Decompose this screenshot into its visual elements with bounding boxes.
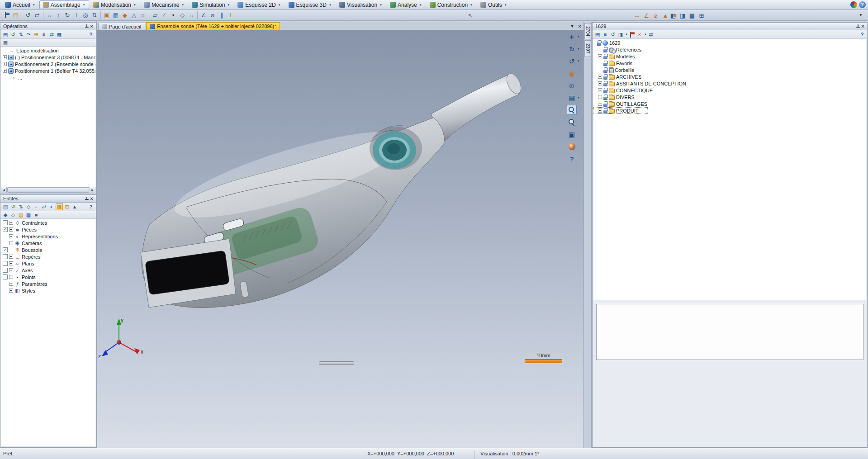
window-new-icon[interactable]: [697, 11, 706, 20]
ops-refresh-icon[interactable]: [9, 31, 17, 38]
menu-simulation[interactable]: Simulation▼: [188, 0, 233, 9]
proj-refresh-icon[interactable]: [609, 31, 617, 38]
translate-icon[interactable]: [54, 11, 63, 20]
camera-target-icon[interactable]: [567, 68, 577, 78]
ent-states-icon[interactable]: [33, 211, 40, 218]
pan-tool-icon[interactable]: [567, 32, 577, 42]
expand-icon[interactable]: [9, 275, 13, 279]
ent-hide-all-icon[interactable]: [9, 211, 17, 218]
tab-ensemble-sonde[interactable]: Ensemble sonde (Tête 1629 + boitier inje…: [146, 22, 280, 30]
tree-row[interactable]: Représentations: [1, 233, 95, 240]
ent-filter-icon[interactable]: [25, 203, 32, 210]
center-icon[interactable]: [81, 11, 90, 20]
probe-model[interactable]: [141, 71, 524, 308]
proj-help-icon[interactable]: ?: [859, 31, 866, 38]
tree-row[interactable]: Pièces: [1, 226, 95, 233]
tree-row[interactable]: Axes: [1, 267, 95, 274]
tree-row[interactable]: Points: [1, 274, 95, 280]
menu-construction[interactable]: Construction▼: [426, 0, 476, 9]
tab-page-accueil[interactable]: Page d'accueil: [98, 23, 145, 30]
ops-insert-icon[interactable]: [33, 31, 40, 38]
ops-group-icon[interactable]: [56, 31, 63, 38]
menu-accueil[interactable]: Accueil▼: [1, 0, 39, 9]
menu-esquisse2d[interactable]: Esquisse 2D▼: [234, 0, 284, 9]
visibility-checkbox[interactable]: [3, 227, 8, 232]
chevron-down-icon[interactable]: ▼: [644, 33, 647, 36]
expand-icon[interactable]: [9, 255, 13, 259]
tree-row[interactable]: Caméras: [1, 240, 95, 246]
ent-sort-icon[interactable]: [17, 203, 24, 210]
new-document-icon[interactable]: [2, 11, 11, 20]
tree-row[interactable]: ASSITANTS DE CONCEPTION: [593, 80, 866, 87]
open-documents-icon[interactable]: [11, 11, 20, 20]
expand-icon[interactable]: [598, 109, 602, 113]
link-icon[interactable]: [33, 11, 42, 20]
ops-reorder-icon[interactable]: [17, 31, 24, 38]
ent-refresh-icon[interactable]: [9, 203, 17, 210]
menu-outils[interactable]: Outils▼: [477, 0, 511, 9]
menu-modelisation[interactable]: Modélisation▼: [90, 0, 140, 9]
dimension-icon[interactable]: [187, 11, 196, 20]
ent-report-icon[interactable]: [17, 211, 24, 218]
ent-show-all-icon[interactable]: [2, 211, 9, 218]
ent-tree-view-icon[interactable]: [2, 203, 9, 210]
ent-expand-icon[interactable]: [71, 203, 78, 210]
proj-filter-flag-icon[interactable]: [628, 31, 636, 38]
tree-row[interactable]: ARCHIVES: [593, 73, 866, 80]
update-icon[interactable]: [24, 11, 33, 20]
zoom-icon[interactable]: [567, 117, 577, 127]
tree-row[interactable]: Positionnement 2 (Ensemble sonde <17: [1, 61, 95, 67]
ent-add-icon[interactable]: [63, 203, 71, 210]
ent-help-icon[interactable]: ?: [87, 203, 95, 210]
app-logo-icon[interactable]: [850, 1, 857, 8]
expand-icon[interactable]: [598, 95, 602, 99]
close-icon[interactable]: [860, 24, 865, 29]
zoom-window-icon[interactable]: [567, 105, 577, 115]
expand-icon[interactable]: [9, 282, 13, 286]
tree-row[interactable]: Corbeille: [593, 66, 866, 73]
menu-mecanisme[interactable]: Mécanisme▼: [140, 0, 188, 9]
expand-icon[interactable]: [598, 54, 602, 58]
expand-icon[interactable]: [9, 268, 13, 272]
proj-remove-icon[interactable]: [636, 31, 643, 38]
side-tab-2704[interactable]: 2704: [584, 23, 591, 39]
window-tile-icon[interactable]: [678, 11, 687, 20]
measure-diameter-icon[interactable]: [651, 11, 660, 20]
expand-icon[interactable]: [3, 62, 7, 66]
measure-length-icon[interactable]: [632, 11, 641, 20]
insert-part-icon[interactable]: [102, 11, 111, 20]
scroll-right-icon[interactable]: ►: [90, 187, 95, 193]
measure-angle-icon[interactable]: [642, 11, 651, 20]
orbit-tool-icon[interactable]: [567, 56, 577, 66]
expand-icon[interactable]: [598, 102, 602, 106]
viewport-slider[interactable]: [319, 361, 354, 365]
expand-icon[interactable]: [598, 81, 602, 85]
ent-list-icon[interactable]: [33, 203, 40, 210]
proj-sync-icon[interactable]: [647, 31, 655, 38]
scrollbar-thumb[interactable]: [7, 187, 89, 193]
tree-row[interactable]: DIVERS: [593, 94, 866, 100]
tree-row[interactable]: Etape modélisation: [1, 47, 95, 54]
chevron-down-icon[interactable]: ▼: [577, 60, 580, 62]
ent-layers-icon[interactable]: [25, 211, 32, 218]
visibility-checkbox[interactable]: [3, 247, 8, 252]
visibility-checkbox[interactable]: [3, 274, 8, 279]
window-cascade-icon[interactable]: [669, 11, 678, 20]
menu-assemblage[interactable]: Assemblage▼: [39, 0, 89, 9]
expand-icon[interactable]: [598, 88, 602, 92]
menu-esquisse3d[interactable]: Esquisse 3D▼: [285, 0, 335, 9]
chevron-down-icon[interactable]: ▼: [625, 33, 628, 36]
pin-icon[interactable]: [855, 24, 860, 29]
rotate-icon[interactable]: [63, 11, 72, 20]
diameter-constraint-icon[interactable]: [208, 11, 217, 20]
visibility-checkbox[interactable]: [3, 254, 8, 259]
ent-display-icon[interactable]: [48, 203, 55, 210]
move-icon[interactable]: [45, 11, 54, 20]
rotate-tool-icon[interactable]: [567, 44, 577, 54]
tree-row[interactable]: CONNECTIQUE: [593, 87, 866, 94]
axis-icon[interactable]: [160, 11, 169, 20]
tree-row[interactable]: Positionnement 1 (Boîtier T4 32,055x5,05: [1, 67, 95, 74]
tree-row-selected[interactable]: PRODUIT: [593, 107, 648, 114]
multi-view-icon[interactable]: [567, 93, 577, 103]
tree-row[interactable]: Contraintes: [1, 219, 95, 226]
